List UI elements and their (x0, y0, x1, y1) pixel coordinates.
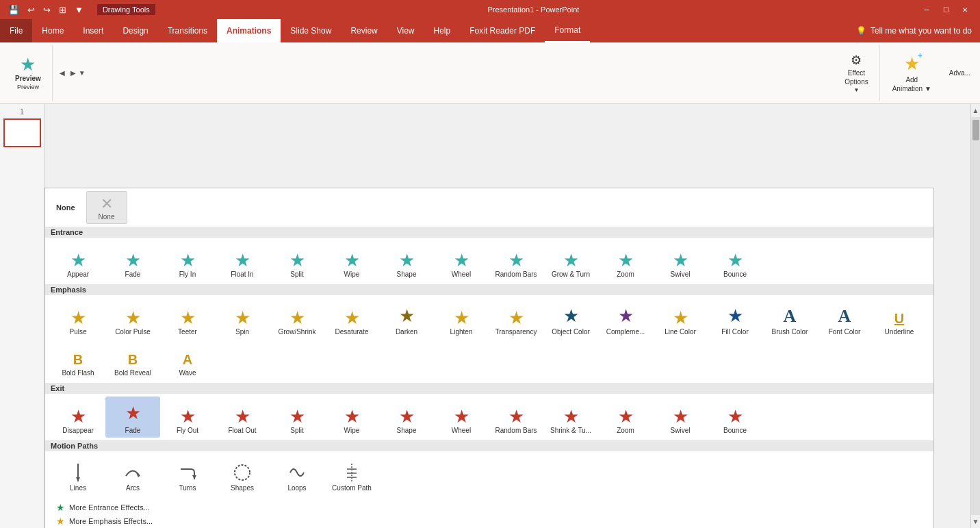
anim-split[interactable]: ★ Split (270, 240, 324, 281)
anim-complement[interactable]: ★ Compleme... (598, 298, 653, 339)
anim-colorpulse[interactable]: ★ Color Pulse (105, 298, 160, 339)
scroll-thumb[interactable] (972, 120, 979, 140)
anim-boldreveal[interactable]: B Bold Reveal (105, 339, 160, 380)
add-animation-button[interactable]: ★+ Add Animation ▼ (887, 51, 937, 95)
lightbulb-icon: 💡 (856, 26, 866, 36)
anim-arcs[interactable]: Arcs (105, 454, 160, 495)
anim-underline[interactable]: U Underline (872, 298, 927, 339)
menu-help[interactable]: Help (424, 19, 461, 42)
slide-thumbnail[interactable] (3, 118, 41, 147)
anim-lines[interactable]: Lines (51, 454, 105, 495)
anim-turns[interactable]: Turns (160, 454, 215, 495)
customize-icon[interactable]: ⊞ (56, 5, 69, 15)
anim-brushcolor[interactable]: A Brush Color (762, 298, 817, 339)
anim-custompath[interactable]: Custom Path (324, 454, 379, 495)
menu-view[interactable]: View (387, 19, 424, 42)
anim-wipe-exit[interactable]: ★ Wipe (324, 397, 379, 438)
close-button[interactable]: ✕ (955, 0, 975, 19)
restore-button[interactable]: ☐ (936, 0, 955, 19)
anim-floatin[interactable]: ★ Float In (215, 240, 270, 281)
transparency-icon: ★ (508, 309, 524, 327)
save-icon[interactable]: 💾 (5, 5, 22, 15)
anim-fontcolor[interactable]: A Font Color (817, 298, 872, 339)
menu-foxit[interactable]: Foxit Reader PDF (460, 19, 545, 42)
anim-wheel[interactable]: ★ Wheel (434, 240, 489, 281)
anim-pulse[interactable]: ★ Pulse (51, 298, 105, 339)
anim-appear[interactable]: ★ Appear (51, 240, 105, 281)
menu-home[interactable]: Home (32, 19, 73, 42)
anim-split-exit[interactable]: ★ Split (270, 397, 324, 438)
shapes-motion-icon (232, 462, 253, 483)
anim-fade[interactable]: ★ Fade (105, 240, 160, 281)
more-entrance-link[interactable]: ★ More Entrance Effects... (53, 501, 925, 514)
anim-objectcolor[interactable]: ★ Object Color (543, 298, 598, 339)
anim-lighten[interactable]: ★ Lighten (434, 298, 489, 339)
menu-design[interactable]: Design (113, 19, 157, 42)
anim-desaturate[interactable]: ★ Desaturate (324, 298, 379, 339)
anim-teeter[interactable]: ★ Teeter (160, 298, 215, 339)
minimize-button[interactable]: ─ (917, 0, 936, 19)
entrance-header: Entrance (45, 227, 933, 238)
emphasis-header: Emphasis (45, 284, 933, 295)
gallery-scroll-left[interactable]: ◀ (54, 69, 70, 77)
menu-animations[interactable]: Animations (217, 19, 281, 42)
none-item[interactable]: ✕ None (86, 191, 127, 224)
preview-button[interactable]: ★ Preview Preview (10, 53, 47, 93)
anim-growturn[interactable]: ★ Grow & Turn (543, 240, 598, 281)
anim-shapes[interactable]: Shapes (215, 454, 270, 495)
anim-boldflash[interactable]: B Bold Flash (51, 339, 105, 380)
scroll-up-arrow[interactable]: ▲ (972, 104, 979, 117)
anim-wheel-exit[interactable]: ★ Wheel (434, 397, 489, 438)
window-title: Presentation1 - PowerPoint (155, 5, 912, 14)
anim-disappear[interactable]: ★ Disappear (51, 397, 105, 438)
anim-shape[interactable]: ★ Shape (379, 240, 434, 281)
anim-growshrink[interactable]: ★ Grow/Shrink (270, 298, 324, 339)
search-box[interactable]: 💡 Tell me what you want to do (848, 19, 980, 42)
anim-bounce-ent[interactable]: ★ Bounce (708, 240, 762, 281)
redo-icon[interactable]: ↪ (40, 5, 53, 15)
menu-file[interactable]: File (0, 19, 32, 42)
scroll-track[interactable] (971, 117, 980, 515)
menu-slideshow[interactable]: Slide Show (281, 19, 341, 42)
wave-label: Wave (179, 369, 196, 377)
anim-linecolor[interactable]: ★ Line Color (653, 298, 708, 339)
scroll-down-arrow[interactable]: ▼ (972, 515, 979, 528)
anim-shape-exit[interactable]: ★ Shape (379, 397, 434, 438)
anim-zoom[interactable]: ★ Zoom (598, 240, 653, 281)
anim-spin[interactable]: ★ Spin (215, 298, 270, 339)
menu-transitions[interactable]: Transitions (158, 19, 217, 42)
gallery-scroll-right[interactable]: ▶ (70, 69, 76, 77)
menu-format[interactable]: Format (545, 19, 590, 42)
right-scrollbar[interactable]: ▲ ▼ (970, 104, 980, 528)
anim-loops[interactable]: Loops (270, 454, 324, 495)
menu-review[interactable]: Review (341, 19, 387, 42)
anim-shrinkturn[interactable]: ★ Shrink & Tu... (543, 397, 598, 438)
undo-icon[interactable]: ↩ (25, 5, 38, 15)
anim-flyin[interactable]: ★ Fly In (160, 240, 215, 281)
gallery-dropdown[interactable]: ▼ (79, 69, 86, 77)
anim-darken[interactable]: ★ Darken (379, 298, 434, 339)
wheel-exit-label: Wheel (452, 427, 471, 435)
anim-floatout[interactable]: ★ Float Out (215, 397, 270, 438)
growshrink-label: Grow/Shrink (278, 328, 315, 336)
anim-wave[interactable]: A Wave (160, 339, 215, 380)
shrinkturn-label: Shrink & Tu... (550, 427, 591, 435)
anim-wipe[interactable]: ★ Wipe (324, 240, 379, 281)
animation-gallery: ◀ ▶ ▼ (54, 45, 832, 101)
none-label: None (99, 213, 115, 221)
anim-zoom-exit[interactable]: ★ Zoom (598, 397, 653, 438)
anim-fillcolor[interactable]: ★ Fill Color (708, 298, 762, 339)
anim-swivel-exit[interactable]: ★ Swivel (653, 397, 708, 438)
dropdown-icon[interactable]: ▼ (72, 5, 86, 15)
anim-randombars[interactable]: ★ Random Bars (489, 240, 543, 281)
anim-transparency[interactable]: ★ Transparency (489, 298, 543, 339)
menu-insert[interactable]: Insert (73, 19, 113, 42)
more-emphasis-link[interactable]: ★ More Emphasis Effects... (53, 514, 925, 528)
anim-randombars-exit[interactable]: ★ Random Bars (489, 397, 543, 438)
effect-options-button[interactable]: ⚙ Effect Options ▼ (839, 50, 873, 96)
anim-bounce-exit[interactable]: ★ Bounce (708, 397, 762, 438)
anim-flyout[interactable]: ★ Fly Out (160, 397, 215, 438)
anim-swivel[interactable]: ★ Swivel (653, 240, 708, 281)
spin-icon: ★ (235, 309, 250, 327)
anim-fade-exit[interactable]: ★ Fade (105, 397, 160, 438)
